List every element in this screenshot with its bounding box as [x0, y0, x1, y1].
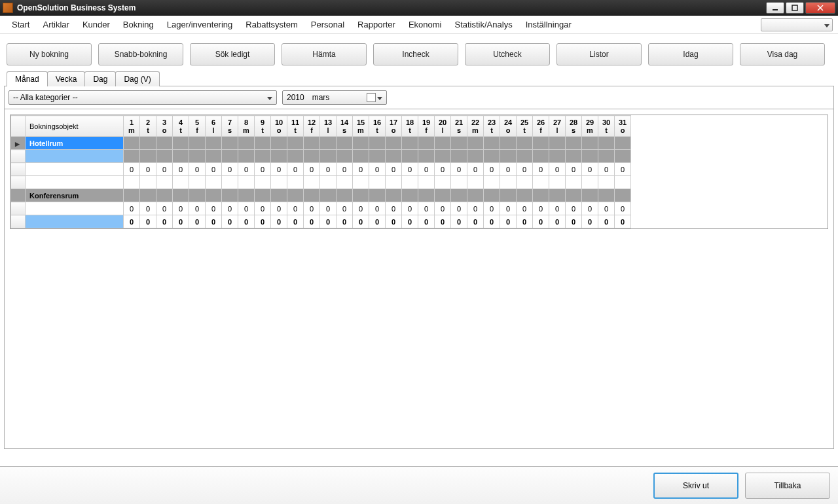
- grid-cell[interactable]: 0: [418, 202, 435, 215]
- grid-cell[interactable]: [255, 176, 271, 189]
- grid-cell[interactable]: [156, 150, 173, 163]
- grid-cell[interactable]: 0: [517, 202, 533, 215]
- object-cell[interactable]: [26, 202, 124, 215]
- menu-inställningar[interactable]: Inställningar: [519, 17, 578, 32]
- grid-cell[interactable]: [598, 176, 615, 189]
- grid-cell[interactable]: [337, 150, 353, 163]
- day-header-2[interactable]: 2t: [140, 116, 156, 137]
- grid-cell[interactable]: [418, 176, 435, 189]
- grid-cell[interactable]: 0: [500, 215, 517, 228]
- menu-rapporter[interactable]: Rapporter: [351, 17, 402, 32]
- grid-cell[interactable]: [484, 176, 500, 189]
- grid-cell[interactable]: [173, 150, 189, 163]
- grid-cell[interactable]: 0: [206, 215, 222, 228]
- data-row[interactable]: 0000000000000000000000000000000: [11, 215, 631, 228]
- day-header-1[interactable]: 1m: [124, 116, 140, 137]
- tool-snabb-bokning[interactable]: Snabb-bokning: [98, 43, 183, 65]
- object-cell[interactable]: [26, 176, 124, 189]
- grid-cell[interactable]: 0: [140, 163, 156, 176]
- grid-cell[interactable]: 0: [353, 163, 369, 176]
- grid-cell[interactable]: 0: [615, 202, 631, 215]
- object-cell[interactable]: Konferensrum: [26, 189, 124, 202]
- tab-dag[interactable]: Dag: [84, 71, 116, 86]
- grid-cell[interactable]: [598, 150, 615, 163]
- grid-cell[interactable]: 0: [467, 202, 484, 215]
- day-header-11[interactable]: 11t: [287, 116, 304, 137]
- grid-cell[interactable]: 0: [451, 163, 467, 176]
- grid-cell[interactable]: [467, 176, 484, 189]
- day-header-26[interactable]: 26f: [533, 116, 549, 137]
- day-header-9[interactable]: 9t: [255, 116, 271, 137]
- grid-cell[interactable]: 0: [484, 215, 500, 228]
- grid-cell[interactable]: [304, 176, 320, 189]
- day-header-10[interactable]: 10o: [271, 116, 287, 137]
- grid-cell[interactable]: [451, 150, 467, 163]
- menu-statistik/analys[interactable]: Statistik/Analys: [448, 17, 519, 32]
- grid-cell[interactable]: 0: [238, 202, 255, 215]
- grid-cell[interactable]: 0: [484, 202, 500, 215]
- day-header-23[interactable]: 23t: [484, 116, 500, 137]
- day-header-27[interactable]: 27l: [549, 116, 566, 137]
- grid-cell[interactable]: 0: [517, 163, 533, 176]
- grid-cell[interactable]: 0: [304, 163, 320, 176]
- grid-cell[interactable]: [402, 150, 418, 163]
- grid-cell[interactable]: 0: [320, 202, 337, 215]
- grid-cell[interactable]: 0: [549, 215, 566, 228]
- grid-cell[interactable]: [189, 150, 206, 163]
- grid-cell[interactable]: [353, 176, 369, 189]
- grid-cell[interactable]: 0: [435, 215, 451, 228]
- grid-cell[interactable]: 0: [156, 202, 173, 215]
- grid-cell[interactable]: 0: [304, 202, 320, 215]
- grid-cell[interactable]: 0: [271, 202, 287, 215]
- day-header-21[interactable]: 21s: [451, 116, 467, 137]
- object-cell[interactable]: Hotellrum: [26, 137, 124, 150]
- grid-cell[interactable]: 0: [484, 163, 500, 176]
- grid-cell[interactable]: 0: [386, 163, 402, 176]
- maximize-button[interactable]: [786, 2, 804, 14]
- day-header-20[interactable]: 20l: [435, 116, 451, 137]
- day-header-24[interactable]: 24o: [500, 116, 517, 137]
- grid-cell[interactable]: 0: [156, 163, 173, 176]
- grid-cell[interactable]: 0: [615, 163, 631, 176]
- grid-cell[interactable]: [271, 176, 287, 189]
- grid-cell[interactable]: 0: [598, 215, 615, 228]
- tab-dag-v-[interactable]: Dag (V): [115, 71, 159, 86]
- grid-cell[interactable]: 0: [206, 202, 222, 215]
- grid-cell[interactable]: 0: [566, 163, 582, 176]
- grid-cell[interactable]: [533, 176, 549, 189]
- grid-cell[interactable]: 0: [189, 163, 206, 176]
- grid-cell[interactable]: 0: [533, 202, 549, 215]
- tab-vecka[interactable]: Vecka: [47, 71, 86, 86]
- grid-cell[interactable]: 0: [271, 215, 287, 228]
- grid-cell[interactable]: 0: [140, 202, 156, 215]
- grid-cell[interactable]: 0: [566, 215, 582, 228]
- close-button[interactable]: [805, 2, 835, 14]
- tool-hämta[interactable]: Hämta: [282, 43, 367, 65]
- day-header-17[interactable]: 17o: [386, 116, 402, 137]
- grid-cell[interactable]: 0: [500, 163, 517, 176]
- menu-artiklar[interactable]: Artiklar: [36, 17, 75, 32]
- grid-cell[interactable]: 0: [173, 202, 189, 215]
- menu-start[interactable]: Start: [5, 17, 36, 32]
- grid-cell[interactable]: 0: [353, 202, 369, 215]
- grid-cell[interactable]: [124, 176, 140, 189]
- grid-cell[interactable]: [566, 150, 582, 163]
- day-header-15[interactable]: 15m: [353, 116, 369, 137]
- tab-m-nad[interactable]: Månad: [7, 71, 48, 86]
- menu-kunder[interactable]: Kunder: [76, 17, 117, 32]
- day-header-4[interactable]: 4t: [173, 116, 189, 137]
- tool-utcheck[interactable]: Utcheck: [465, 43, 550, 65]
- grid-cell[interactable]: 0: [533, 163, 549, 176]
- grid-cell[interactable]: [222, 176, 238, 189]
- grid-cell[interactable]: 0: [533, 215, 549, 228]
- grid-cell[interactable]: [467, 150, 484, 163]
- grid-cell[interactable]: 0: [222, 163, 238, 176]
- grid-cell[interactable]: 0: [222, 202, 238, 215]
- grid-cell[interactable]: 0: [238, 163, 255, 176]
- tool-listor[interactable]: Listor: [556, 43, 642, 65]
- grid-cell[interactable]: 0: [435, 202, 451, 215]
- grid-cell[interactable]: 0: [582, 163, 598, 176]
- day-header-18[interactable]: 18t: [402, 116, 418, 137]
- grid-cell[interactable]: 0: [451, 202, 467, 215]
- grid-cell[interactable]: 0: [337, 202, 353, 215]
